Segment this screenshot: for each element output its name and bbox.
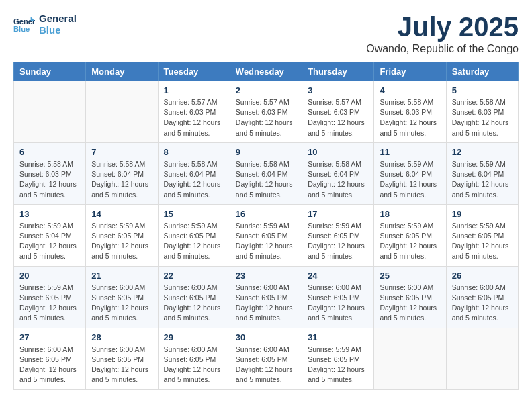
day-number: 24 [308,271,368,281]
logo: General Blue General Blue [13,13,77,36]
day-number: 21 [91,271,152,281]
calendar-table: SundayMondayTuesdayWednesdayThursdayFrid… [13,62,519,390]
day-number: 11 [380,147,440,157]
calendar-cell [86,81,158,143]
day-info: Sunrise: 6:00 AM Sunset: 6:05 PM Dayligh… [91,345,152,385]
calendar-cell: 28Sunrise: 6:00 AM Sunset: 6:05 PM Dayli… [86,328,158,390]
svg-text:Blue: Blue [13,25,30,33]
day-number: 25 [380,271,440,281]
day-number: 7 [91,147,152,157]
calendar-cell [14,81,86,143]
day-number: 28 [91,332,152,342]
calendar-week-row: 6Sunrise: 5:58 AM Sunset: 6:03 PM Daylig… [14,142,519,204]
day-number: 14 [91,209,152,219]
day-info: Sunrise: 5:59 AM Sunset: 6:05 PM Dayligh… [308,221,368,262]
calendar-cell: 12Sunrise: 5:59 AM Sunset: 6:04 PM Dayli… [446,142,518,204]
logo-icon: General Blue [13,15,35,34]
calendar-week-row: 1Sunrise: 5:57 AM Sunset: 6:03 PM Daylig… [14,81,519,143]
calendar-cell: 24Sunrise: 6:00 AM Sunset: 6:05 PM Dayli… [302,266,374,328]
calendar-cell: 1Sunrise: 5:57 AM Sunset: 6:03 PM Daylig… [158,81,230,143]
day-info: Sunrise: 6:00 AM Sunset: 6:05 PM Dayligh… [19,345,80,385]
day-info: Sunrise: 5:58 AM Sunset: 6:03 PM Dayligh… [452,97,513,138]
day-number: 1 [164,85,224,95]
calendar-cell: 23Sunrise: 6:00 AM Sunset: 6:05 PM Dayli… [230,266,302,328]
day-number: 2 [236,85,296,95]
day-number: 4 [380,85,440,95]
day-number: 20 [19,271,80,281]
calendar-week-row: 13Sunrise: 5:59 AM Sunset: 6:04 PM Dayli… [14,204,519,266]
day-info: Sunrise: 6:00 AM Sunset: 6:05 PM Dayligh… [91,283,152,324]
day-info: Sunrise: 5:59 AM Sunset: 6:05 PM Dayligh… [236,221,296,262]
weekday-header-wednesday: Wednesday [230,62,302,81]
location-title: Owando, Republic of the Congo [366,43,519,55]
calendar-cell: 10Sunrise: 5:58 AM Sunset: 6:04 PM Dayli… [302,142,374,204]
day-info: Sunrise: 5:58 AM Sunset: 6:04 PM Dayligh… [236,159,296,200]
calendar-week-row: 20Sunrise: 5:59 AM Sunset: 6:05 PM Dayli… [14,266,519,328]
day-info: Sunrise: 5:58 AM Sunset: 6:03 PM Dayligh… [19,159,80,200]
day-number: 23 [236,271,296,281]
day-number: 12 [452,147,513,157]
calendar-cell: 13Sunrise: 5:59 AM Sunset: 6:04 PM Dayli… [14,204,86,266]
calendar-cell: 5Sunrise: 5:58 AM Sunset: 6:03 PM Daylig… [446,81,518,143]
day-number: 3 [308,85,368,95]
day-info: Sunrise: 5:58 AM Sunset: 6:04 PM Dayligh… [164,159,224,200]
calendar-cell: 19Sunrise: 5:59 AM Sunset: 6:05 PM Dayli… [446,204,518,266]
calendar-week-row: 27Sunrise: 6:00 AM Sunset: 6:05 PM Dayli… [14,328,519,390]
day-info: Sunrise: 5:58 AM Sunset: 6:04 PM Dayligh… [91,159,152,200]
day-info: Sunrise: 6:00 AM Sunset: 6:05 PM Dayligh… [164,345,224,385]
calendar-cell: 26Sunrise: 6:00 AM Sunset: 6:05 PM Dayli… [446,266,518,328]
calendar-cell: 29Sunrise: 6:00 AM Sunset: 6:05 PM Dayli… [158,328,230,390]
day-number: 29 [164,332,224,342]
weekday-header-saturday: Saturday [446,62,518,81]
calendar-header-row: SundayMondayTuesdayWednesdayThursdayFrid… [14,62,519,81]
month-title: July 2025 [366,13,519,40]
calendar-cell: 20Sunrise: 5:59 AM Sunset: 6:05 PM Dayli… [14,266,86,328]
day-number: 6 [19,147,80,157]
day-info: Sunrise: 5:57 AM Sunset: 6:03 PM Dayligh… [236,97,296,138]
day-info: Sunrise: 5:58 AM Sunset: 6:04 PM Dayligh… [308,159,368,200]
calendar-cell: 22Sunrise: 6:00 AM Sunset: 6:05 PM Dayli… [158,266,230,328]
day-number: 18 [380,209,440,219]
day-info: Sunrise: 5:57 AM Sunset: 6:03 PM Dayligh… [308,97,368,138]
calendar-cell [374,328,446,390]
calendar-cell: 8Sunrise: 5:58 AM Sunset: 6:04 PM Daylig… [158,142,230,204]
calendar-cell [446,328,518,390]
calendar-cell: 30Sunrise: 6:00 AM Sunset: 6:05 PM Dayli… [230,328,302,390]
page-header: General Blue General Blue July 2025 Owan… [13,13,519,55]
calendar-cell: 4Sunrise: 5:58 AM Sunset: 6:03 PM Daylig… [374,81,446,143]
day-info: Sunrise: 6:00 AM Sunset: 6:05 PM Dayligh… [380,283,440,324]
weekday-header-friday: Friday [374,62,446,81]
day-info: Sunrise: 6:00 AM Sunset: 6:05 PM Dayligh… [452,283,513,324]
day-number: 22 [164,271,224,281]
day-number: 30 [236,332,296,342]
day-info: Sunrise: 5:59 AM Sunset: 6:05 PM Dayligh… [164,221,224,262]
day-info: Sunrise: 6:00 AM Sunset: 6:05 PM Dayligh… [236,283,296,324]
calendar-cell: 25Sunrise: 6:00 AM Sunset: 6:05 PM Dayli… [374,266,446,328]
calendar-cell: 21Sunrise: 6:00 AM Sunset: 6:05 PM Dayli… [86,266,158,328]
day-number: 26 [452,271,513,281]
logo-general: General [39,13,77,25]
day-number: 10 [308,147,368,157]
weekday-header-thursday: Thursday [302,62,374,81]
title-block: July 2025 Owando, Republic of the Congo [366,13,519,55]
day-info: Sunrise: 5:59 AM Sunset: 6:05 PM Dayligh… [308,345,368,385]
day-info: Sunrise: 5:59 AM Sunset: 6:05 PM Dayligh… [452,221,513,262]
day-number: 17 [308,209,368,219]
day-number: 9 [236,147,296,157]
calendar-cell: 3Sunrise: 5:57 AM Sunset: 6:03 PM Daylig… [302,81,374,143]
day-info: Sunrise: 6:00 AM Sunset: 6:05 PM Dayligh… [164,283,224,324]
day-info: Sunrise: 6:00 AM Sunset: 6:05 PM Dayligh… [308,283,368,324]
calendar-cell: 27Sunrise: 6:00 AM Sunset: 6:05 PM Dayli… [14,328,86,390]
calendar-cell: 18Sunrise: 5:59 AM Sunset: 6:05 PM Dayli… [374,204,446,266]
day-info: Sunrise: 5:57 AM Sunset: 6:03 PM Dayligh… [164,97,224,138]
weekday-header-sunday: Sunday [14,62,86,81]
day-info: Sunrise: 5:59 AM Sunset: 6:04 PM Dayligh… [380,159,440,200]
calendar-cell: 7Sunrise: 5:58 AM Sunset: 6:04 PM Daylig… [86,142,158,204]
calendar-cell: 17Sunrise: 5:59 AM Sunset: 6:05 PM Dayli… [302,204,374,266]
calendar-cell: 11Sunrise: 5:59 AM Sunset: 6:04 PM Dayli… [374,142,446,204]
day-info: Sunrise: 5:59 AM Sunset: 6:04 PM Dayligh… [19,221,80,262]
day-number: 5 [452,85,513,95]
calendar-cell: 9Sunrise: 5:58 AM Sunset: 6:04 PM Daylig… [230,142,302,204]
day-info: Sunrise: 5:58 AM Sunset: 6:03 PM Dayligh… [380,97,440,138]
calendar-cell: 2Sunrise: 5:57 AM Sunset: 6:03 PM Daylig… [230,81,302,143]
